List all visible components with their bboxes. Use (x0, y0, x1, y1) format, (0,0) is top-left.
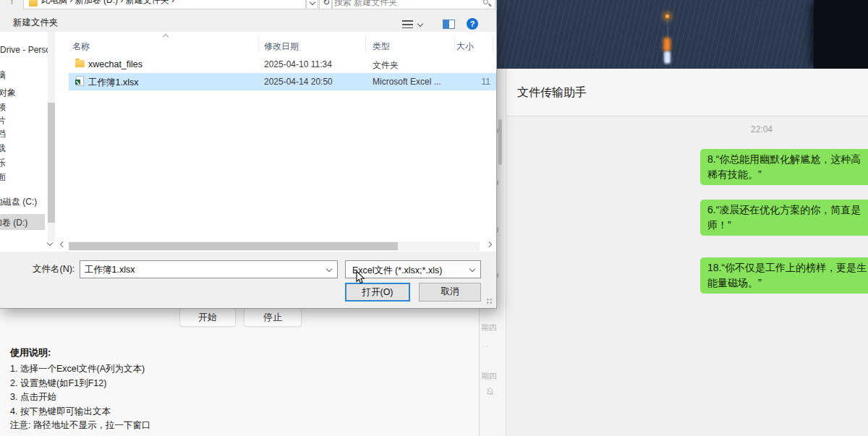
instruction-line: 2. 设置热键(如F1到F12) (10, 377, 299, 391)
file-row[interactable]: xwechat_files 2025-04-10 11:34 文件夹 (69, 56, 496, 73)
chat-list-scrollbar[interactable] (498, 119, 502, 165)
sidebar-item[interactable]: 档 (0, 128, 6, 140)
column-header-name[interactable]: 名称 (72, 40, 90, 53)
address-dropdown-button[interactable] (306, 0, 318, 9)
chat-list-timestamp[interactable]: 期四 (481, 371, 506, 382)
building-silhouette (814, 0, 868, 69)
resize-grip[interactable] (486, 298, 493, 305)
sidebar-item[interactable]: 面 (0, 171, 6, 184)
breadcrumb[interactable]: 此电脑 › 新加卷 (D:) › 新建文件夹 › (41, 0, 174, 7)
column-header-type[interactable]: 类型 (373, 40, 390, 53)
message-text-line: 18.“你不仅是工作上的榜样，更是生 (707, 260, 868, 275)
hotkey-tool-window: 开始 停止 使用说明: 1. 选择一个Excel文件(A列为文本) 2. 设置热… (0, 300, 480, 436)
tower-top-light (665, 14, 669, 18)
scroll-left-icon[interactable] (60, 241, 66, 247)
message-text-line: 8.“你总能用幽默化解尴尬，这种高 (707, 152, 868, 167)
search-input[interactable] (334, 0, 475, 9)
chat-timestamp: 22:04 (733, 124, 791, 134)
usage-instructions: 使用说明: 1. 选择一个Excel文件(A列为文本) 2. 设置热键(如F1到… (10, 346, 299, 433)
message-text-line: 师！” (707, 218, 868, 233)
horizontal-scrollbar-track[interactable] (69, 241, 480, 251)
column-divider[interactable] (493, 35, 493, 53)
help-button[interactable]: ? (467, 18, 478, 30)
tower-orange-light (663, 38, 671, 51)
open-button[interactable]: 打开(O) (345, 283, 410, 302)
sidebar-item[interactable]: 乐 (0, 157, 6, 169)
sent-message-bubble[interactable]: 6.“凌晨还在优化方案的你，简直是 师！” (700, 200, 868, 236)
filename-combobox[interactable] (80, 260, 338, 278)
search-box[interactable] (332, 0, 495, 9)
address-bar[interactable]: 此电脑 › 新加卷 (D:) › 新建文件夹 › (23, 0, 306, 9)
column-divider[interactable] (258, 35, 259, 53)
chevron-down-icon[interactable] (417, 21, 423, 27)
preview-pane-icon[interactable] (443, 20, 455, 29)
message-text-line: 6.“凌晨还在优化方案的你，简直是 (707, 202, 868, 218)
view-list-icon[interactable] (402, 20, 413, 28)
column-header-date[interactable]: 修改日期 (264, 40, 299, 53)
open-file-dialog: ↑ 此电脑 › 新加卷 (D:) › 新建文件夹 › ↻ 新建文件夹 ? Dri… (0, 0, 497, 309)
sidebar-item[interactable]: 频 (0, 101, 6, 114)
file-row-selected[interactable]: 工作簿1.xlsx 2025-04-14 20:50 Microsoft Exc… (69, 73, 496, 90)
sidebar-item[interactable]: 载 (0, 142, 6, 155)
file-type: Microsoft Excel ... (373, 77, 441, 87)
instruction-line: 4. 按下热键即可输出文本 (10, 405, 299, 419)
column-divider[interactable] (365, 35, 366, 53)
cancel-button[interactable]: 取消 (419, 283, 481, 302)
column-divider[interactable] (454, 35, 455, 53)
chevron-down-icon (469, 266, 475, 272)
scroll-right-icon[interactable] (486, 241, 492, 247)
new-folder-button[interactable]: 新建文件夹 (13, 17, 59, 29)
filename-input[interactable] (85, 263, 316, 276)
instruction-line: 1. 选择一个Excel文件(A列为文本) (10, 362, 299, 377)
sidebar-item[interactable]: 片 (0, 115, 6, 127)
instruction-line: 3. 点击开始 (10, 390, 299, 405)
file-date: 2025-04-10 11:34 (264, 59, 332, 69)
file-name: xwechat_files (88, 59, 142, 69)
file-type: 文件夹 (373, 59, 399, 72)
folder-icon (29, 0, 38, 7)
sidebar-item-onedrive[interactable]: Drive - Perso (0, 45, 51, 55)
sent-message-bubble[interactable]: 8.“你总能用幽默化解尴尬，这种高 稀有技能。” (700, 149, 868, 185)
file-date: 2025-04-14 20:50 (264, 77, 333, 87)
instruction-line: 注意: 路径地址不显示，拉一下窗口 (10, 419, 299, 433)
wechat-chat-panel: 文件传输助手 22:04 8.“你总能用幽默化解尴尬，这种高 稀有技能。” 6.… (506, 69, 868, 436)
chevron-down-icon (326, 266, 332, 272)
mute-bell-icon (485, 387, 495, 397)
sent-message-bubble[interactable]: 18.“你不仅是工作上的榜样，更是生 能量磁场。” (700, 257, 868, 294)
up-directory-button[interactable]: ↑ (9, 0, 14, 7)
chat-list-preview-fragment: … (481, 341, 488, 349)
chat-list-timestamp[interactable]: 期四 (481, 322, 506, 333)
sort-ascending-icon (163, 34, 169, 40)
refresh-icon: ↻ (323, 0, 330, 7)
file-name: 工作簿1.xlsx (88, 77, 138, 89)
sidebar-item[interactable]: 对象 (0, 87, 16, 99)
dialog-content: Drive - Perso 脑 对象 频 片 档 载 乐 面 地磁盘 (C:) … (0, 32, 496, 252)
folder-icon (75, 60, 85, 67)
sidebar-scrollbar-thumb[interactable] (48, 103, 55, 223)
filename-label: 文件名(N): (33, 263, 75, 275)
file-size: 11 (463, 77, 490, 87)
chat-header: 文件传输助手 (506, 69, 868, 116)
sidebar-item-drive-d[interactable]: 加卷 (D:) (0, 217, 27, 229)
message-text-line: 稀有技能。” (707, 167, 868, 182)
horizontal-scrollbar-thumb[interactable] (69, 242, 398, 250)
chevron-down-icon (310, 0, 315, 5)
chat-title: 文件传输助手 (517, 85, 587, 101)
stop-button[interactable]: 停止 (244, 308, 302, 327)
message-text-line: 能量磁场。” (707, 275, 868, 291)
tower-white-light (664, 51, 671, 64)
sidebar-item[interactable]: 脑 (0, 69, 6, 82)
refresh-button[interactable]: ↻ (319, 0, 332, 9)
excel-file-icon (76, 76, 84, 86)
start-button[interactable]: 开始 (179, 308, 236, 327)
sidebar-item-drive-c[interactable]: 地磁盘 (C:) (0, 196, 37, 208)
instructions-title: 使用说明: (10, 346, 299, 359)
search-icon (483, 0, 488, 4)
mouse-cursor (356, 270, 366, 285)
